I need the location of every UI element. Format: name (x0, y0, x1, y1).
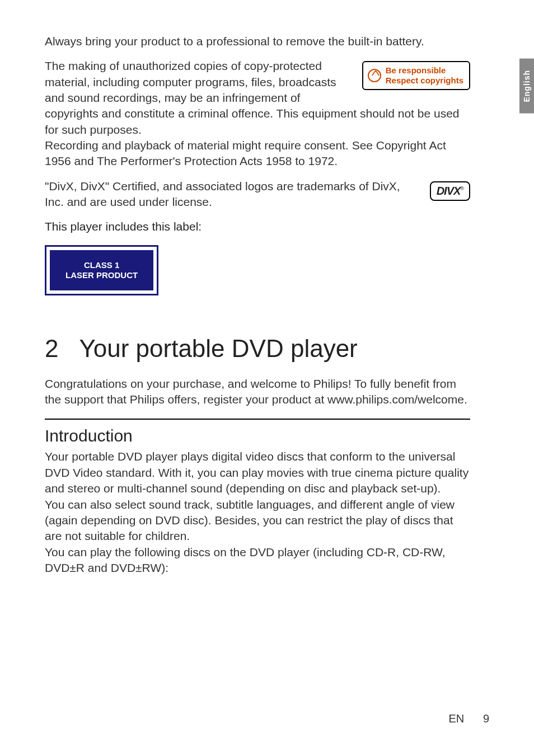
laser-label-line1: CLASS 1 (65, 260, 138, 270)
chapter-heading: 2 Your portable DVD player (45, 335, 470, 363)
section-heading: Introduction (45, 419, 470, 445)
intro-p3: You can play the following discs on the … (45, 544, 470, 576)
laser-label-line2: LASER PRODUCT (65, 270, 138, 280)
chapter-number: 2 (45, 335, 73, 363)
chapter-title: Your portable DVD player (79, 335, 357, 362)
copyright-icon (368, 69, 381, 82)
page-footer: EN 9 (449, 712, 489, 725)
copyright-line2: Respect copyrights (386, 76, 463, 86)
footer-page: 9 (483, 712, 489, 725)
recording-text: Recording and playback of material might… (45, 138, 470, 170)
label-heading: This player includes this label: (45, 219, 470, 234)
laser-label: CLASS 1 LASER PRODUCT (45, 245, 158, 295)
divx-badge: DIVX® (430, 181, 470, 201)
intro-p1: Your portable DVD player plays digital v… (45, 449, 470, 496)
chapter-intro: Congratulations on your purchase, and we… (45, 376, 470, 408)
copyright-line1: Be responsible (386, 65, 463, 76)
battery-text: Always bring your product to a professio… (45, 34, 470, 49)
divx-text: "DivX, DivX" Certified, and associated l… (45, 179, 470, 210)
intro-p2: You can also select sound track, subtitl… (45, 497, 470, 544)
copyright-badge: Be responsible Respect copyrights (362, 61, 470, 90)
divx-logo-text: DIVX (437, 185, 461, 197)
page-content: Always bring your product to a professio… (0, 0, 534, 756)
footer-lang: EN (449, 712, 465, 725)
